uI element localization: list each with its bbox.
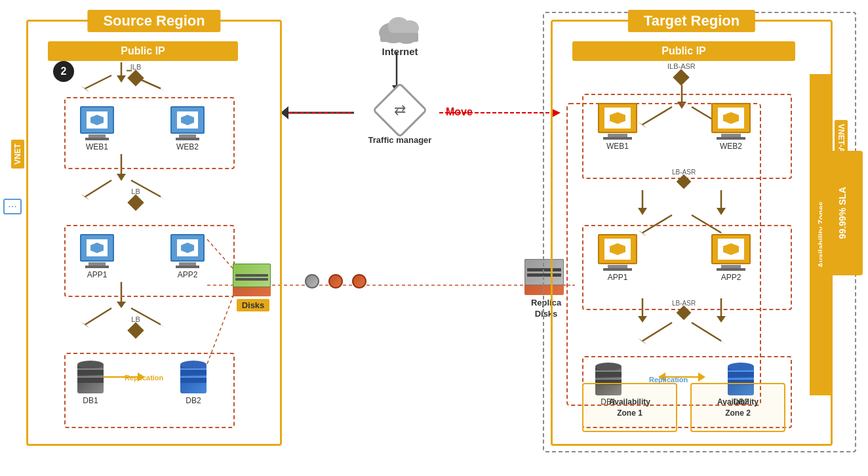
target-lb-asr-app: LB-ASR [672, 300, 696, 318]
source-app2: APP2 [170, 234, 205, 279]
replication-icons [305, 274, 366, 288]
disks-label: Disks [237, 299, 270, 311]
target-lb-asr-web: LB-ASR [672, 169, 696, 187]
source-web1-label: WEB1 [86, 142, 108, 151]
target-region: Target Region VNET-ASR ⋯ Availability Zo… [551, 20, 833, 446]
peering-icon-left: ⋯ [3, 199, 22, 214]
source-disks: Disks [233, 256, 273, 311]
internet-section: Internet [364, 10, 436, 58]
sla-box: 99.99% SLA [822, 151, 863, 275]
target-app1-label: APP1 [608, 273, 628, 282]
cloud-icon [374, 10, 426, 46]
vnet-label: VNET [11, 140, 24, 169]
source-lb2: LB [130, 315, 142, 336]
source-app1-label: APP1 [87, 270, 108, 279]
source-badge: 2 [53, 61, 74, 82]
target-public-ip: Public IP [572, 41, 795, 61]
source-lb1: LB [130, 188, 142, 208]
source-public-ip: Public IP [48, 41, 238, 61]
source-db1: DB1 [77, 359, 104, 405]
source-web1: WEB1 [80, 106, 114, 151]
az-zone2: AvailabilityZone 2 [690, 383, 785, 432]
source-app1: APP1 [80, 234, 114, 279]
target-region-label: Target Region [628, 10, 755, 32]
target-app-group: APP1 APP2 LB-ASR [582, 225, 792, 310]
target-web1-label: WEB1 [606, 142, 629, 151]
az2-label: AvailabilityZone 2 [717, 397, 759, 419]
move-label: Move [446, 106, 473, 118]
target-web1: WEB1 [598, 103, 637, 151]
source-web2-label: WEB2 [176, 142, 199, 151]
source-web2: WEB2 [170, 106, 205, 151]
source-db2: DB2 [180, 359, 207, 405]
traffic-manager: ⇄ Traffic manager [367, 90, 433, 146]
svg-rect-64 [380, 33, 418, 42]
source-app2-label: APP2 [178, 270, 198, 279]
source-ilb: ILB [130, 63, 142, 84]
target-web-group: WEB1 WEB2 LB-ASR [582, 94, 792, 179]
sla-text: 99.99% SLA [837, 187, 848, 239]
source-replication-label: Replication [125, 374, 163, 382]
target-ilb-asr: ILB-ASR [667, 62, 696, 83]
target-web2: WEB2 [711, 103, 751, 151]
source-db2-label: DB2 [186, 396, 201, 405]
target-web2-label: WEB2 [720, 142, 742, 151]
source-region: Source Region VNET ⋯ Public IP 2 ILB [26, 20, 282, 446]
source-region-label: Source Region [87, 10, 220, 32]
target-app1: APP1 [598, 234, 637, 282]
traffic-manager-label: Traffic manager [367, 135, 433, 146]
target-app2: APP2 [711, 234, 751, 282]
source-db1-label: DB1 [83, 396, 98, 405]
internet-label: Internet [382, 46, 418, 57]
target-app2-label: APP2 [721, 273, 741, 282]
source-web-group: WEB1 WEB2 [64, 97, 235, 169]
source-db-group: DB1 Replication DB2 [64, 353, 235, 428]
az-zone1: AvailabilityZone 1 [582, 383, 677, 432]
az1-label: AvailabilityZone 1 [609, 397, 650, 419]
source-app-group: APP1 APP2 [64, 225, 235, 297]
diagram: Source Region VNET ⋯ Public IP 2 ILB [0, 0, 868, 476]
